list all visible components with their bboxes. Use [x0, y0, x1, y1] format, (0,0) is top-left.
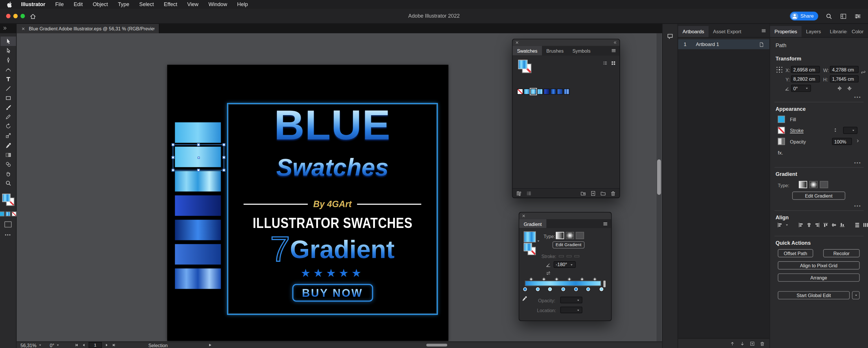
flip-horizontal-icon[interactable]: [836, 85, 842, 91]
start-global-edit-button[interactable]: Start Global Edit: [778, 291, 850, 299]
gradient-slider-bar[interactable]: [525, 281, 601, 286]
new-color-group-icon[interactable]: [580, 190, 586, 196]
type-tool[interactable]: [0, 74, 16, 84]
x-field[interactable]: 2,6958 cm: [791, 66, 820, 73]
panel-menu-icon[interactable]: [602, 220, 609, 226]
linear-gradient-button[interactable]: [556, 232, 564, 239]
color-button[interactable]: [0, 211, 4, 216]
menu-window[interactable]: Window: [204, 0, 232, 9]
delete-artboard-icon[interactable]: [760, 341, 765, 346]
none-swatch-chip[interactable]: [517, 89, 523, 95]
tab-layers[interactable]: Layers: [802, 26, 825, 37]
flip-vertical-icon[interactable]: [846, 85, 852, 91]
show-swatch-kinds-icon[interactable]: [526, 190, 532, 196]
gradient-angle-field[interactable]: -180°: [554, 261, 576, 268]
eyedropper-icon[interactable]: [521, 296, 527, 302]
opacity-options-icon[interactable]: [855, 138, 860, 143]
tab-libraries[interactable]: Libraries: [826, 26, 847, 37]
selection-handle[interactable]: [197, 169, 200, 172]
align-right-icon[interactable]: [814, 222, 820, 228]
stroke-link[interactable]: Stroke: [790, 128, 804, 133]
align-vertical-center-icon[interactable]: [831, 222, 837, 228]
gradient-swatch-chip-6[interactable]: [557, 89, 563, 95]
stop-location-field[interactable]: [560, 307, 582, 313]
tab-properties[interactable]: Properties: [770, 26, 802, 37]
gradient-swatch-chip-5[interactable]: [550, 89, 556, 95]
line-segment-tool[interactable]: [0, 84, 16, 93]
stroke-weight-stepper[interactable]: [833, 127, 837, 133]
move-artboard-down-icon[interactable]: [740, 341, 745, 346]
opacity-field[interactable]: 100%: [832, 138, 852, 145]
menu-help[interactable]: Help: [232, 0, 253, 9]
vertical-scrollbar-thumb[interactable]: [657, 159, 661, 195]
artboard-swatch-7[interactable]: [175, 268, 221, 289]
gradient-swatch-chip-7[interactable]: [564, 89, 570, 95]
more-options-icon[interactable]: •••: [854, 161, 861, 165]
gradient-swatch-chip-2[interactable]: [530, 89, 536, 95]
zoom-tool[interactable]: [0, 179, 16, 188]
stop-opacity-field[interactable]: [560, 297, 582, 304]
artboard-swatch-4[interactable]: [175, 195, 221, 216]
gradient-slider[interactable]: [525, 278, 601, 292]
selection-handle[interactable]: [222, 144, 225, 146]
artboard-swatch-6[interactable]: [175, 244, 221, 265]
align-top-icon[interactable]: [823, 222, 829, 228]
menu-edit[interactable]: Edit: [69, 0, 88, 9]
h-field[interactable]: 1,7645 cm: [830, 75, 859, 83]
collapse-panel-icon[interactable]: [613, 40, 617, 45]
chevron-down-icon[interactable]: [785, 223, 789, 227]
artboard[interactable]: BLUE Swatches By 4GArt ILLUSTRATOR SWATC…: [167, 65, 448, 341]
menu-file[interactable]: File: [50, 0, 69, 9]
toolbar-more-icon[interactable]: •••: [5, 232, 11, 237]
artboard-swatch-3[interactable]: [175, 171, 221, 191]
offset-path-button[interactable]: Offset Path: [778, 249, 813, 257]
stroke-weight-dropdown[interactable]: [843, 127, 858, 134]
previous-artboard-icon[interactable]: [81, 343, 86, 347]
selection-handle[interactable]: [172, 156, 175, 159]
artboard-swatch-5[interactable]: [175, 220, 221, 241]
gradient-button[interactable]: [5, 211, 10, 216]
last-artboard-icon[interactable]: [112, 343, 116, 347]
stroke-across-icon[interactable]: [574, 253, 580, 259]
tab-asset-export[interactable]: Asset Export: [709, 26, 746, 37]
list-view-icon[interactable]: [602, 60, 608, 66]
y-field[interactable]: 8,2802 cm: [791, 75, 820, 83]
menu-select[interactable]: Select: [134, 0, 159, 9]
gradient-panel-header[interactable]: [519, 213, 611, 219]
rotate-tool[interactable]: [0, 122, 16, 131]
more-options-icon[interactable]: •••: [854, 204, 861, 209]
align-left-icon[interactable]: [798, 222, 804, 228]
menu-view[interactable]: View: [182, 0, 204, 9]
gradient-stop-4[interactable]: [561, 287, 565, 291]
paintbrush-tool[interactable]: [0, 103, 16, 112]
selection-handle[interactable]: [222, 156, 225, 159]
menu-illustrator[interactable]: Illustrator: [16, 0, 50, 9]
close-panel-icon[interactable]: [521, 214, 526, 218]
draw-mode-icon[interactable]: [4, 221, 11, 227]
linear-gradient-button[interactable]: [799, 181, 807, 188]
fill-proxy[interactable]: [524, 243, 532, 251]
stroke-along-icon[interactable]: [566, 253, 572, 259]
pen-tool[interactable]: [0, 56, 16, 65]
more-options-icon[interactable]: •••: [854, 95, 861, 99]
stroke-within-icon[interactable]: [558, 253, 565, 259]
zoom-level-dropdown[interactable]: 56,31%: [21, 342, 42, 348]
w-field[interactable]: 4,2788 cm: [830, 66, 859, 73]
stroke-color-swatch[interactable]: [778, 127, 785, 134]
rotation-dropdown[interactable]: 0°: [50, 342, 60, 348]
gradient-stop-1[interactable]: [523, 287, 527, 291]
tab-swatches[interactable]: Swatches: [513, 46, 542, 56]
gradient-swatch-chip-4[interactable]: [544, 89, 550, 95]
none-button[interactable]: [11, 211, 17, 216]
tab-brushes[interactable]: Brushes: [542, 46, 568, 56]
horizontal-scrollbar-thumb[interactable]: [426, 344, 447, 347]
document-tab[interactable]: Blue Gradient Adobe Illustrator.eps @ 56…: [17, 24, 159, 33]
constrain-proportions-icon[interactable]: [860, 69, 866, 75]
gradient-stop-6[interactable]: [586, 287, 590, 291]
search-icon[interactable]: [826, 12, 833, 20]
gradient-stop-2[interactable]: [536, 287, 539, 291]
distribute-horizontal-icon[interactable]: [863, 222, 868, 228]
tab-symbols[interactable]: Symbols: [568, 46, 595, 56]
delete-swatch-icon[interactable]: [610, 190, 616, 196]
swatch-libraries-icon[interactable]: [516, 190, 522, 196]
